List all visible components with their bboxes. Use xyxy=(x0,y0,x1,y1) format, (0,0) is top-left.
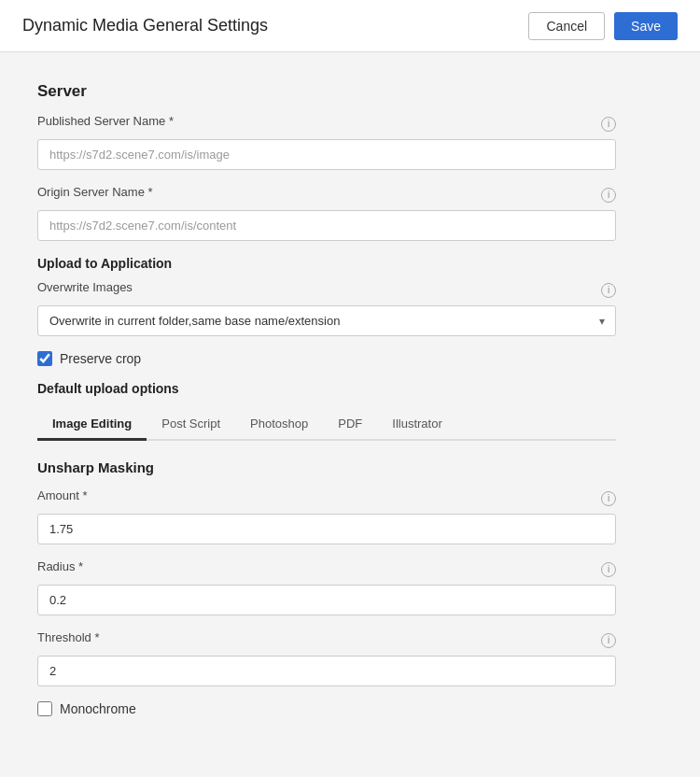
origin-server-label: Origin Server Name * xyxy=(37,185,153,199)
overwrite-images-info-icon[interactable]: i xyxy=(601,283,616,298)
threshold-field: Threshold * i xyxy=(37,630,616,686)
amount-field: Amount * i xyxy=(37,488,616,544)
overwrite-images-field: Overwrite Images i Overwrite in current … xyxy=(37,280,616,336)
tab-post-script[interactable]: Post Script xyxy=(147,409,235,441)
published-server-label: Published Server Name * xyxy=(37,114,174,128)
radius-input[interactable] xyxy=(37,585,616,615)
default-upload-section: Default upload options Image Editing Pos… xyxy=(37,381,616,716)
radius-label: Radius * xyxy=(37,559,83,573)
amount-info-icon[interactable]: i xyxy=(601,491,616,506)
overwrite-images-label: Overwrite Images xyxy=(37,280,133,294)
monochrome-label: Monochrome xyxy=(60,701,136,716)
origin-server-info-icon[interactable]: i xyxy=(601,188,616,203)
unsharp-masking-title: Unsharp Masking xyxy=(37,459,616,475)
threshold-input[interactable] xyxy=(37,656,616,686)
header-actions: Cancel Save xyxy=(528,12,678,40)
page-title: Dynamic Media General Settings xyxy=(22,16,268,35)
preserve-crop-label: Preserve crop xyxy=(60,351,141,366)
amount-input[interactable] xyxy=(37,514,616,544)
page-header: Dynamic Media General Settings Cancel Sa… xyxy=(0,0,700,52)
server-section: Server Published Server Name * i Origin … xyxy=(37,82,616,241)
main-content: Server Published Server Name * i Origin … xyxy=(0,52,653,761)
published-server-input[interactable] xyxy=(37,139,616,170)
threshold-label: Threshold * xyxy=(37,630,99,644)
upload-section: Upload to Application Overwrite Images i… xyxy=(37,256,616,366)
save-button[interactable]: Save xyxy=(614,12,678,40)
tabs-container: Image Editing Post Script Photoshop PDF … xyxy=(37,409,616,441)
radius-field: Radius * i xyxy=(37,559,616,615)
preserve-crop-row: Preserve crop xyxy=(37,351,616,366)
upload-section-title: Upload to Application xyxy=(37,256,616,271)
monochrome-row: Monochrome xyxy=(37,701,616,716)
preserve-crop-checkbox[interactable] xyxy=(37,351,52,366)
tab-pdf[interactable]: PDF xyxy=(323,409,377,441)
tab-image-editing[interactable]: Image Editing xyxy=(37,409,147,441)
radius-info-icon[interactable]: i xyxy=(601,562,616,577)
origin-server-input[interactable] xyxy=(37,210,616,241)
published-server-info-icon[interactable]: i xyxy=(601,117,616,132)
server-section-title: Server xyxy=(37,82,616,101)
monochrome-checkbox[interactable] xyxy=(37,701,52,716)
published-server-field: Published Server Name * i xyxy=(37,114,616,170)
overwrite-images-select[interactable]: Overwrite in current folder,same base na… xyxy=(37,305,616,336)
tab-illustrator[interactable]: Illustrator xyxy=(377,409,456,441)
threshold-info-icon[interactable]: i xyxy=(601,633,616,648)
origin-server-field: Origin Server Name * i xyxy=(37,185,616,241)
tab-photoshop[interactable]: Photoshop xyxy=(235,409,323,441)
default-upload-title: Default upload options xyxy=(37,381,616,396)
cancel-button[interactable]: Cancel xyxy=(528,12,605,40)
amount-label: Amount * xyxy=(37,488,87,502)
unsharp-masking-section: Unsharp Masking Amount * i Radius * i Th… xyxy=(37,459,616,716)
overwrite-select-wrapper: Overwrite in current folder,same base na… xyxy=(37,305,616,336)
